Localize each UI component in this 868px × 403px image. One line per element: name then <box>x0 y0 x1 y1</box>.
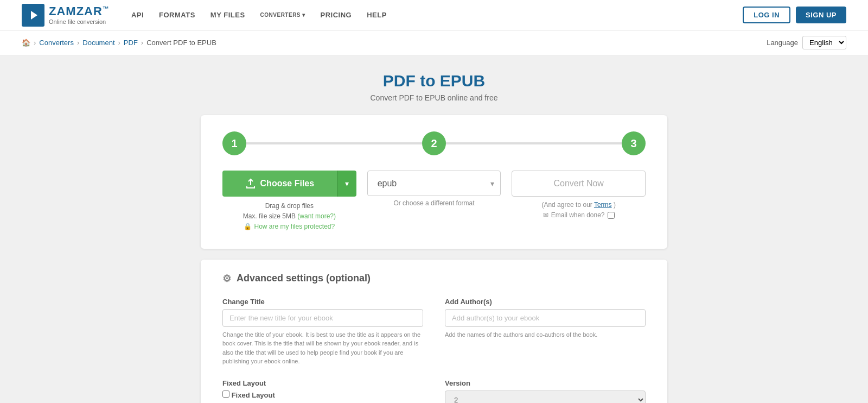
language-selector: Language English <box>767 36 846 49</box>
page-subtitle: Convert PDF to EPUB online and free <box>201 93 667 102</box>
settings-grid: Change Title Change the title of your eb… <box>222 298 646 403</box>
format-label: Or choose a different format <box>367 199 501 207</box>
nav-api[interactable]: API <box>131 11 144 19</box>
breadcrumb-current: Convert PDF to EPUB <box>146 39 216 47</box>
breadcrumb-pdf[interactable]: PDF <box>124 39 138 47</box>
brand-text: ZAMZAR™ Online file conversion <box>49 4 110 26</box>
language-select[interactable]: English <box>802 36 846 49</box>
actions-row: Choose Files ▾ Drag & drop files Max. fi… <box>222 171 646 232</box>
breadcrumb-sep-4: › <box>141 39 143 47</box>
brand-icon <box>22 4 44 27</box>
format-col: epub ▾ Or choose a different format <box>367 171 501 207</box>
breadcrumb-sep-3: › <box>118 39 120 47</box>
version-group: Version 2 3 Choose which EPUB version yo… <box>445 379 646 403</box>
step-2-bubble: 2 <box>422 131 446 155</box>
breadcrumb-sep-2: › <box>77 39 79 47</box>
login-button[interactable]: LOG IN <box>743 7 790 23</box>
fixed-layout-group: Fixed Layout Fixed Layout Select this op… <box>222 379 423 403</box>
change-title-input[interactable] <box>222 309 423 327</box>
convert-info: (And agree to our Terms ) ✉ Email when d… <box>512 200 646 221</box>
version-select[interactable]: 2 3 <box>445 391 646 403</box>
nav-converters[interactable]: CONVERTERS ▾ <box>260 12 305 18</box>
home-icon: 🏠 <box>22 39 30 47</box>
breadcrumb: 🏠 › Converters › Document › PDF › Conver… <box>22 39 216 47</box>
convert-now-button[interactable]: Convert Now <box>512 171 646 197</box>
change-title-desc: Change the title of your ebook. It is be… <box>222 330 423 366</box>
advanced-title: ⚙ Advanced settings (optional) <box>222 273 646 285</box>
nav-links: API FORMATS MY FILES CONVERTERS ▾ PRICIN… <box>131 11 743 19</box>
converter-card: 1 2 3 Choose Fil <box>201 115 667 249</box>
change-title-group: Change Title Change the title of your eb… <box>222 298 423 366</box>
brand-name: ZAMZAR™ <box>49 4 110 18</box>
breadcrumb-document[interactable]: Document <box>82 39 114 47</box>
format-select-wrapper: epub ▾ <box>367 171 501 196</box>
change-title-label: Change Title <box>222 298 423 306</box>
terms-link[interactable]: Terms <box>594 201 612 209</box>
add-authors-label: Add Author(s) <box>445 298 646 306</box>
upload-icon <box>245 178 256 189</box>
brand-logo[interactable]: ZAMZAR™ Online file conversion <box>22 4 110 27</box>
email-when-done-checkbox[interactable] <box>608 212 615 219</box>
want-more-link[interactable]: (want more?) <box>297 212 336 220</box>
max-size-info: Max. file size 5MB (want more?) <box>222 211 356 222</box>
svg-marker-0 <box>31 11 37 20</box>
add-authors-group: Add Author(s) Add the names of the autho… <box>445 298 646 366</box>
email-icon: ✉ <box>543 210 548 221</box>
language-label: Language <box>767 39 798 47</box>
step-line-1 <box>246 142 422 144</box>
fixed-layout-checkbox[interactable] <box>222 391 229 398</box>
nav-help[interactable]: HELP <box>367 11 387 19</box>
breadcrumb-sep-1: › <box>34 39 36 47</box>
nav-pricing[interactable]: PRICING <box>321 11 352 19</box>
add-authors-input[interactable] <box>445 309 646 327</box>
breadcrumb-home[interactable]: 🏠 <box>22 39 30 47</box>
breadcrumb-converters[interactable]: Converters <box>39 39 74 47</box>
convert-col: Convert Now (And agree to our Terms ) ✉ … <box>512 171 646 221</box>
terms-info: (And agree to our Terms ) <box>512 200 646 210</box>
version-label: Version <box>445 379 646 387</box>
fixed-layout-section-label: Fixed Layout <box>222 379 423 387</box>
choose-files-button[interactable]: Choose Files <box>222 171 337 197</box>
choose-files-dropdown-button[interactable]: ▾ <box>337 171 356 197</box>
file-protection-link[interactable]: 🔒 How are my files protected? <box>222 222 356 232</box>
format-select[interactable]: epub <box>367 171 501 196</box>
email-row: ✉ Email when done? <box>512 210 646 221</box>
nav-formats[interactable]: FORMATS <box>159 11 195 19</box>
add-authors-desc: Add the names of the authors and co-auth… <box>445 330 646 339</box>
main-content: PDF to EPUB Convert PDF to EPUB online a… <box>190 72 678 403</box>
step-3-bubble: 3 <box>622 131 646 155</box>
fixed-layout-checkbox-label[interactable]: Fixed Layout <box>222 391 423 399</box>
gear-icon: ⚙ <box>222 273 231 285</box>
step-line-2 <box>446 142 622 144</box>
choose-files-info: Drag & drop files Max. file size 5MB (wa… <box>222 201 356 232</box>
step-1-bubble: 1 <box>222 131 246 155</box>
breadcrumb-bar: 🏠 › Converters › Document › PDF › Conver… <box>0 30 868 55</box>
drag-drop-label: Drag & drop files <box>222 201 356 211</box>
steps-row: 1 2 3 <box>222 131 646 155</box>
choose-files-wrapper: Choose Files ▾ <box>222 171 356 197</box>
advanced-settings-card: ⚙ Advanced settings (optional) Change Ti… <box>201 260 667 403</box>
navbar: ZAMZAR™ Online file conversion API FORMA… <box>0 0 868 30</box>
signup-button[interactable]: SIGN UP <box>796 7 846 23</box>
lock-icon: 🔒 <box>244 222 252 232</box>
brand-tagline: Online file conversion <box>49 18 110 26</box>
choose-files-col: Choose Files ▾ Drag & drop files Max. fi… <box>222 171 356 232</box>
nav-actions: LOG IN SIGN UP <box>743 7 846 23</box>
chevron-down-icon: ▾ <box>345 179 349 188</box>
nav-my-files[interactable]: MY FILES <box>210 11 245 19</box>
page-title: PDF to EPUB <box>201 72 667 90</box>
